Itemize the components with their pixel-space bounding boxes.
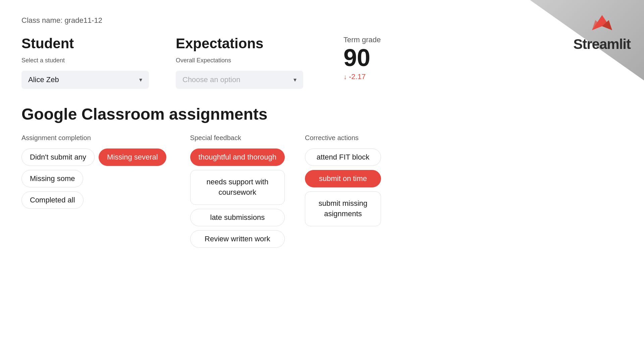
pill-needs-support[interactable]: needs support with coursework — [190, 170, 285, 205]
delta-arrow-icon: ↓ — [343, 73, 347, 81]
student-select-label: Select a student — [21, 57, 149, 64]
pill-completed-all[interactable]: Completed all — [21, 191, 84, 209]
expectations-chevron-icon: ▾ — [293, 76, 297, 83]
pill-review-written-work[interactable]: Review written work — [190, 230, 285, 248]
term-grade-value: 90 — [343, 46, 381, 70]
expectations-select[interactable]: Choose an option ▾ — [176, 71, 303, 89]
expectations-section-title: Expectations — [176, 36, 303, 52]
student-section-title: Student — [21, 36, 149, 52]
pill-missing-some[interactable]: Missing some — [21, 170, 83, 187]
class-name-label: Class name: grade11-12 — [21, 16, 381, 25]
pill-missing-several[interactable]: Missing several — [99, 148, 166, 166]
feedback-column: Special feedback thoughtful and thorough… — [190, 134, 285, 248]
term-grade-delta: ↓ -2.17 — [343, 72, 381, 81]
streamlit-brand-text: Streamlit — [573, 36, 631, 52]
expectations-select-label: Overall Expectations — [176, 57, 303, 64]
pill-attend-fit-block[interactable]: attend FIT block — [305, 148, 381, 166]
feedback-label: Special feedback — [190, 134, 285, 142]
assignments-section-title: Google Classroom assignments — [21, 105, 381, 123]
completion-column: Assignment completion Didn't submit any … — [21, 134, 170, 248]
pill-late-submissions[interactable]: late submissions — [190, 209, 285, 226]
corrective-label: Corrective actions — [305, 134, 381, 142]
pill-submit-on-time[interactable]: submit on time — [305, 170, 381, 187]
corrective-column: Corrective actions attend FIT block subm… — [305, 134, 381, 248]
completion-label: Assignment completion — [21, 134, 170, 142]
feedback-pills-row-1: thoughtful and thorough — [190, 148, 285, 166]
completion-pills-row-2: Completed all — [21, 191, 170, 209]
brand-content: Streamlit — [573, 13, 631, 52]
expectations-placeholder: Choose an option — [182, 75, 240, 84]
student-chevron-icon: ▾ — [139, 76, 142, 83]
pill-thoughtful-thorough[interactable]: thoughtful and thorough — [190, 148, 285, 166]
student-select[interactable]: Alice Zeb ▾ — [21, 71, 149, 89]
completion-pills-row: Didn't submit any Missing several Missin… — [21, 148, 170, 187]
streamlit-logo-icon — [589, 13, 615, 34]
delta-value: -2.17 — [349, 72, 366, 81]
pill-didnt-submit-any[interactable]: Didn't submit any — [21, 148, 95, 166]
student-selected-value: Alice Zeb — [28, 75, 59, 84]
term-grade-label: Term grade — [343, 36, 381, 44]
pill-submit-missing[interactable]: submit missing asignments — [305, 191, 381, 226]
